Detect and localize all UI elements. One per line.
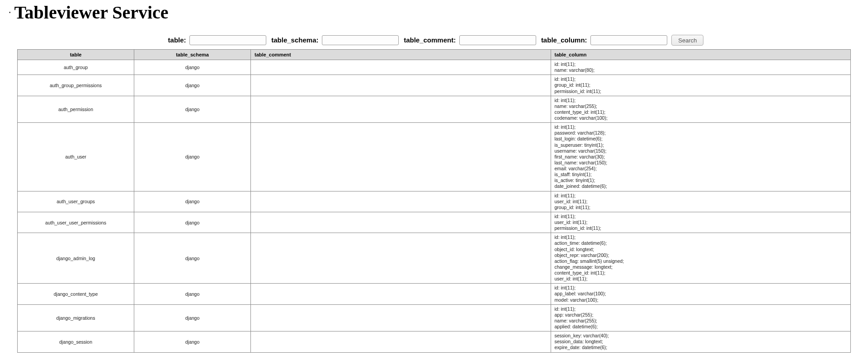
cell-comment: [251, 212, 551, 233]
cell-schema: django: [134, 331, 251, 352]
search-bar: table: table_schema: table_comment: tabl…: [0, 35, 868, 46]
table-row: auth_user_groupsdjangoid: int(11); user_…: [18, 191, 851, 212]
table-row: auth_user_user_permissionsdjangoid: int(…: [18, 212, 851, 233]
cell-column: id: int(11); app: varchar(255); name: va…: [551, 304, 851, 331]
cell-comment: [251, 284, 551, 304]
input-table[interactable]: [189, 35, 266, 45]
cell-comment: [251, 191, 551, 212]
cell-comment: [251, 60, 551, 75]
cell-table: django_admin_log: [18, 233, 134, 284]
cell-comment: [251, 304, 551, 331]
cell-column: id: int(11); user_id: int(11); group_id:…: [551, 191, 851, 212]
results-table: table table_schema table_comment table_c…: [17, 49, 851, 353]
table-header-row: table table_schema table_comment table_c…: [18, 50, 851, 60]
table-row: django_migrationsdjangoid: int(11); app:…: [18, 304, 851, 331]
cell-comment: [251, 96, 551, 123]
cell-schema: django: [134, 212, 251, 233]
th-column: table_column: [551, 50, 851, 60]
cell-column: session_key: varchar(40); session_data: …: [551, 331, 851, 352]
cell-column: id: int(11); action_time: datetime(6); o…: [551, 233, 851, 284]
cell-table: auth_permission: [18, 96, 134, 123]
label-column: table_column:: [541, 36, 587, 44]
cell-schema: django: [134, 233, 251, 284]
input-column[interactable]: [590, 35, 667, 45]
input-comment[interactable]: [459, 35, 536, 45]
cell-column: id: int(11); user_id: int(11); permissio…: [551, 212, 851, 233]
table-row: django_content_typedjangoid: int(11); ap…: [18, 284, 851, 304]
pagination: Head last 12345 ... next Tail Total31Pag…: [0, 353, 868, 364]
label-table: table:: [168, 36, 186, 44]
cell-schema: django: [134, 60, 251, 75]
table-row: auth_groupdjangoid: int(11); name: varch…: [18, 60, 851, 75]
cell-table: auth_user_groups: [18, 191, 134, 212]
page-title: Tableviewer Service: [14, 2, 169, 23]
cell-column: id: int(11); name: varchar(255); content…: [551, 96, 851, 123]
cell-table: auth_user_user_permissions: [18, 212, 134, 233]
th-comment: table_comment: [251, 50, 551, 60]
cell-column: id: int(11); group_id: int(11); permissi…: [551, 75, 851, 96]
table-row: auth_group_permissionsdjangoid: int(11);…: [18, 75, 851, 96]
cell-comment: [251, 331, 551, 352]
cell-schema: django: [134, 304, 251, 331]
label-schema: table_schema:: [271, 36, 318, 44]
cell-schema: django: [134, 75, 251, 96]
table-row: auth_permissiondjangoid: int(11); name: …: [18, 96, 851, 123]
cell-table: auth_group_permissions: [18, 75, 134, 96]
cell-schema: django: [134, 284, 251, 304]
cell-comment: [251, 123, 551, 191]
cell-table: auth_user: [18, 123, 134, 191]
cell-table: django_content_type: [18, 284, 134, 304]
cell-column: id: int(11); name: varchar(80);: [551, 60, 851, 75]
cell-comment: [251, 75, 551, 96]
table-row: auth_userdjangoid: int(11); password: va…: [18, 123, 851, 191]
cell-table: django_migrations: [18, 304, 134, 331]
page-header: • Tableviewer Service: [0, 0, 868, 25]
label-comment: table_comment:: [404, 36, 456, 44]
cell-column: id: int(11); app_label: varchar(100); mo…: [551, 284, 851, 304]
cell-table: django_session: [18, 331, 134, 352]
cell-schema: django: [134, 191, 251, 212]
cell-schema: django: [134, 96, 251, 123]
cell-table: auth_group: [18, 60, 134, 75]
table-row: django_sessiondjangosession_key: varchar…: [18, 331, 851, 352]
input-schema[interactable]: [322, 35, 399, 45]
th-schema: table_schema: [134, 50, 251, 60]
cell-column: id: int(11); password: varchar(128); las…: [551, 123, 851, 191]
cell-comment: [251, 233, 551, 284]
bullet-icon: •: [9, 10, 11, 15]
cell-schema: django: [134, 123, 251, 191]
search-button[interactable]: Search: [671, 35, 703, 46]
table-row: django_admin_logdjangoid: int(11); actio…: [18, 233, 851, 284]
th-table: table: [18, 50, 134, 60]
